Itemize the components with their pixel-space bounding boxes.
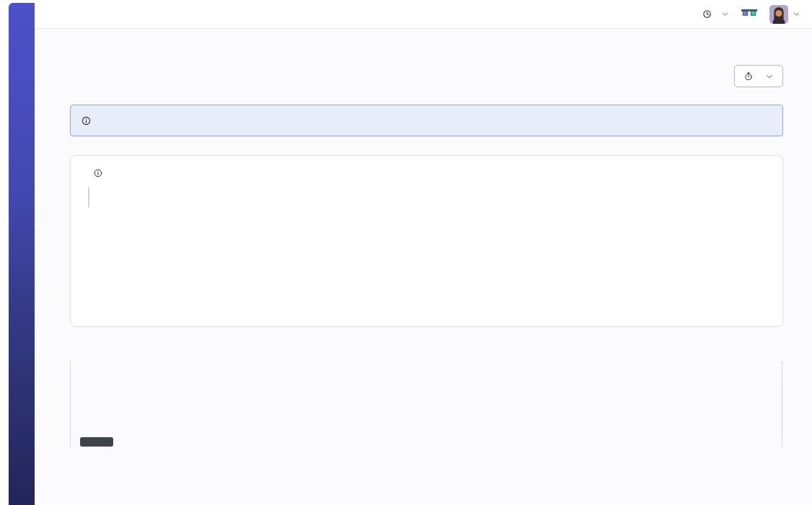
main-area bbox=[35, 0, 812, 505]
usage-page bbox=[35, 29, 812, 505]
billable-actions-title-row bbox=[88, 168, 765, 178]
chevron-down-icon bbox=[765, 72, 774, 81]
timezone-selector[interactable] bbox=[702, 9, 729, 19]
stopwatch-icon bbox=[743, 71, 754, 82]
info-icon bbox=[81, 115, 92, 126]
link-preview-tooltip bbox=[80, 437, 113, 447]
clock-icon bbox=[702, 9, 712, 19]
total-actions-donut bbox=[648, 226, 738, 315]
sidebar bbox=[9, 3, 35, 505]
feedback-glasses-button[interactable] bbox=[741, 8, 758, 21]
chevron-down-icon bbox=[721, 10, 729, 18]
period-selector-button[interactable] bbox=[734, 65, 783, 87]
chevron-down-icon bbox=[793, 10, 800, 18]
billable-actions-card bbox=[70, 155, 783, 327]
info-banner bbox=[70, 105, 783, 136]
info-icon[interactable] bbox=[93, 168, 103, 178]
donut-center bbox=[656, 234, 730, 307]
account-menu[interactable] bbox=[769, 5, 800, 24]
namespace-usage-table bbox=[70, 361, 782, 447]
avatar bbox=[769, 5, 788, 24]
page-header bbox=[70, 63, 783, 87]
topbar bbox=[35, 0, 812, 29]
total-daily-tabs bbox=[88, 187, 89, 208]
glasses-icon bbox=[741, 8, 758, 21]
billable-actions-chart bbox=[88, 226, 765, 315]
